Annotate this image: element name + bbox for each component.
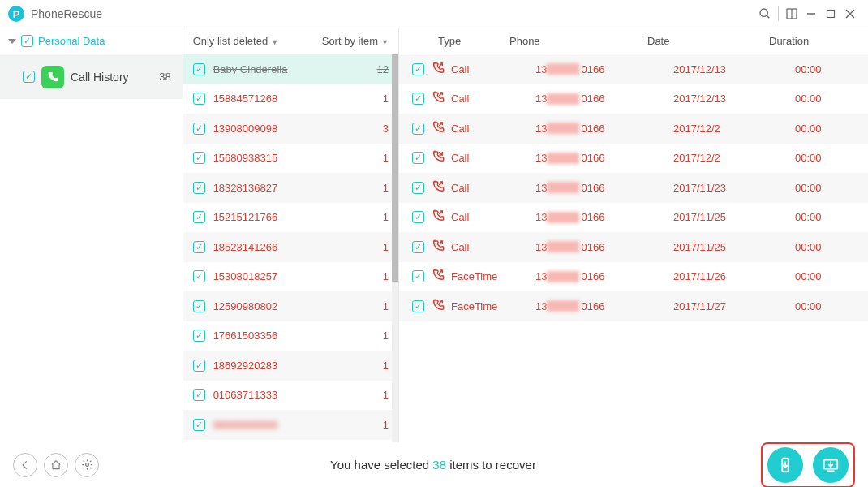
checkbox-icon[interactable] [412, 182, 424, 194]
home-button[interactable] [44, 453, 68, 477]
checkbox-icon[interactable] [193, 123, 205, 135]
checkbox-icon[interactable] [193, 93, 205, 105]
cell-type: Call [432, 121, 535, 136]
list-item-name: 15680938315 [213, 152, 375, 164]
checkbox-icon[interactable] [193, 182, 205, 194]
checkbox-icon[interactable] [193, 63, 205, 75]
cell-phone: 130166 [535, 241, 673, 253]
checkbox-icon[interactable] [193, 270, 205, 282]
checkbox-icon[interactable] [412, 152, 424, 164]
checkbox-icon[interactable] [193, 152, 205, 164]
list-item[interactable]: 010637113331 [183, 381, 398, 411]
list-item[interactable]: 183281368271 [183, 173, 398, 203]
list-item-name: 15308018257 [213, 270, 375, 282]
sidebar-root[interactable]: Personal Data [0, 28, 183, 54]
recover-to-computer-button[interactable] [813, 447, 849, 483]
sidebar-root-label: Personal Data [38, 35, 105, 47]
checkbox-icon[interactable] [21, 35, 33, 47]
list-item[interactable]: 153080182571 [183, 262, 398, 292]
table-row[interactable]: Call1301662017/11/2500:00 [399, 232, 868, 262]
cell-duration: 00:00 [795, 211, 868, 223]
table-row[interactable]: Call1301662017/12/1300:00 [399, 84, 868, 114]
cell-date: 2017/12/13 [673, 93, 795, 105]
table-row[interactable]: Call1301662017/12/200:00 [399, 114, 868, 144]
filter-dropdown[interactable]: Only list deleted▼ [193, 35, 278, 47]
list-item[interactable]: 176615033561 [183, 321, 398, 351]
list-item[interactable]: 185231412661 [183, 232, 398, 262]
list-item-count: 3 [383, 123, 389, 135]
checkbox-icon[interactable] [412, 300, 424, 312]
list-item-name: 18523141266 [213, 241, 375, 253]
sidebar: Personal Data Call History 38 [0, 28, 183, 442]
cell-duration: 00:00 [795, 123, 868, 135]
table-row[interactable]: Call1301662017/12/1300:00 [399, 54, 868, 84]
list-item[interactable]: 186929202831 [183, 351, 398, 381]
redacted-segment [547, 212, 579, 223]
table-row[interactable]: Call1301662017/12/200:00 [399, 144, 868, 174]
cell-date: 2017/11/25 [673, 211, 795, 223]
cell-duration: 00:00 [795, 152, 868, 164]
list-item[interactable]: Baby Cinderella12 [183, 54, 398, 84]
checkbox-icon[interactable] [193, 419, 205, 431]
cell-duration: 00:00 [795, 300, 868, 312]
checkbox-icon[interactable] [193, 360, 205, 372]
redacted-segment [547, 271, 579, 282]
checkbox-icon[interactable] [412, 123, 424, 135]
table-row[interactable]: FaceTime1301662017/11/2600:00 [399, 262, 868, 292]
cell-date: 2017/12/2 [673, 123, 795, 135]
cell-date: 2017/11/27 [673, 300, 795, 312]
recover-to-device-button[interactable] [767, 447, 803, 483]
checkbox-icon[interactable] [412, 93, 424, 105]
divider [778, 6, 779, 21]
checkbox-icon[interactable] [193, 330, 205, 342]
call-direction-icon [432, 209, 445, 225]
checkbox-icon[interactable] [412, 270, 424, 282]
close-icon[interactable] [840, 4, 860, 24]
cell-phone: 130166 [535, 182, 673, 194]
sidebar-item-call-history[interactable]: Call History 38 [0, 54, 183, 99]
list-item[interactable]: 158845712681 [183, 84, 398, 114]
cell-phone: 130166 [535, 152, 673, 164]
list-item[interactable]: 152151217661 [183, 203, 398, 233]
cell-phone: 130166 [535, 300, 673, 312]
back-button[interactable] [13, 453, 37, 477]
cell-type: Call [432, 62, 535, 77]
list-item-count: 1 [383, 300, 389, 312]
sort-dropdown[interactable]: Sort by item▼ [322, 35, 389, 47]
footer: You have selected 38 items to recover [0, 442, 868, 487]
scrollbar[interactable] [392, 54, 398, 442]
checkbox-icon[interactable] [193, 211, 205, 223]
call-direction-icon [432, 62, 445, 77]
cell-duration: 00:00 [795, 93, 868, 105]
settings-button[interactable] [75, 453, 99, 477]
caret-down-icon [8, 39, 16, 44]
contact-list: Baby Cinderella1215884571268113908009098… [183, 54, 398, 442]
layout-icon[interactable] [782, 4, 801, 24]
redacted-segment [547, 182, 579, 193]
call-direction-icon [432, 239, 445, 255]
cell-type: Call [432, 180, 535, 196]
phone-app-icon [41, 66, 64, 88]
minimize-icon[interactable] [801, 4, 821, 24]
search-icon[interactable] [755, 4, 775, 24]
list-item[interactable]: 125909808021 [183, 291, 398, 321]
list-item[interactable]: 156809383151 [183, 144, 398, 174]
checkbox-icon[interactable] [412, 241, 424, 253]
list-item-name: 15884571268 [213, 93, 375, 105]
table-row[interactable]: FaceTime1301662017/11/2700:00 [399, 291, 868, 321]
scroll-thumb[interactable] [392, 54, 398, 282]
list-item[interactable]: 139080090983 [183, 114, 398, 144]
cell-duration: 00:00 [795, 241, 868, 253]
checkbox-icon[interactable] [23, 71, 35, 83]
checkbox-icon[interactable] [412, 211, 424, 223]
maximize-icon[interactable] [821, 4, 840, 24]
cell-date: 2017/11/25 [673, 241, 795, 253]
list-item[interactable]: 000000000001 [183, 410, 398, 440]
checkbox-icon[interactable] [412, 63, 424, 75]
checkbox-icon[interactable] [193, 300, 205, 312]
checkbox-icon[interactable] [193, 389, 205, 401]
table-row[interactable]: Call1301662017/11/2500:00 [399, 203, 868, 233]
checkbox-icon[interactable] [193, 241, 205, 253]
table-row[interactable]: Call1301662017/11/2300:00 [399, 173, 868, 203]
col-duration: Duration [769, 35, 842, 47]
